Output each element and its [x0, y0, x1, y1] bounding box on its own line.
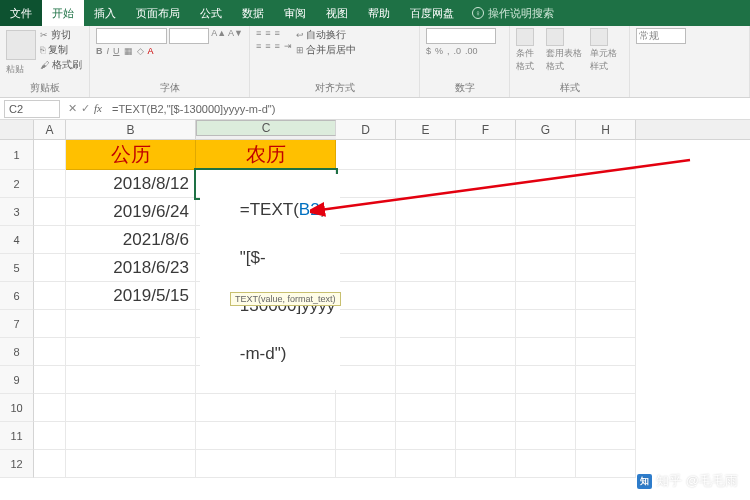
cell[interactable]	[516, 198, 576, 226]
cell[interactable]	[336, 310, 396, 338]
cell[interactable]	[396, 170, 456, 198]
cell[interactable]	[516, 310, 576, 338]
merge-center-button[interactable]: ⊞ 合并后居中	[296, 43, 357, 57]
cell[interactable]	[34, 226, 66, 254]
cell[interactable]: 2021/8/6	[66, 226, 196, 254]
dec-decimal-button[interactable]: .00	[465, 46, 478, 56]
cell[interactable]	[336, 366, 396, 394]
cell[interactable]	[196, 394, 336, 422]
cell[interactable]: 2018/8/12	[66, 170, 196, 198]
cell[interactable]	[34, 450, 66, 478]
cond-format-button[interactable]: 条件格式	[516, 28, 542, 80]
row-header-10[interactable]: 10	[0, 394, 34, 422]
cell[interactable]	[336, 338, 396, 366]
cell[interactable]	[196, 422, 336, 450]
align-bottom-button[interactable]: ≡	[275, 28, 280, 38]
cell[interactable]	[456, 394, 516, 422]
cell-styles-button[interactable]: 单元格样式	[590, 28, 623, 80]
cell[interactable]	[456, 310, 516, 338]
cell[interactable]	[516, 170, 576, 198]
cell[interactable]	[516, 422, 576, 450]
tab-data[interactable]: 数据	[232, 0, 274, 26]
cell[interactable]	[396, 450, 456, 478]
cell[interactable]	[456, 422, 516, 450]
cell[interactable]	[34, 394, 66, 422]
cell[interactable]	[396, 254, 456, 282]
cell[interactable]	[516, 282, 576, 310]
cell[interactable]	[456, 254, 516, 282]
tab-help[interactable]: 帮助	[358, 0, 400, 26]
cell[interactable]	[66, 366, 196, 394]
cell-header-gongli[interactable]: 公历	[66, 140, 196, 170]
tab-layout[interactable]: 页面布局	[126, 0, 190, 26]
italic-button[interactable]: I	[107, 46, 110, 56]
align-center-button[interactable]: ≡	[265, 41, 270, 51]
cell[interactable]	[34, 254, 66, 282]
row-header-8[interactable]: 8	[0, 338, 34, 366]
cell[interactable]	[516, 366, 576, 394]
cell-editing[interactable]: =TEXT(B2, "[$- 130000]yyyy -m-d")	[196, 170, 336, 198]
align-middle-button[interactable]: ≡	[265, 28, 270, 38]
cell[interactable]	[576, 170, 636, 198]
tab-formulas[interactable]: 公式	[190, 0, 232, 26]
formula-bar[interactable]: =TEXT(B2,"[$-130000]yyyy-m-d")	[106, 103, 750, 115]
cell[interactable]	[336, 282, 396, 310]
cell[interactable]	[576, 254, 636, 282]
cell[interactable]	[396, 422, 456, 450]
cell[interactable]	[516, 338, 576, 366]
cell[interactable]	[34, 338, 66, 366]
number-format-select[interactable]	[426, 28, 496, 44]
tab-file[interactable]: 文件	[0, 0, 42, 26]
tell-me-search[interactable]: ♀ 操作说明搜索	[472, 6, 554, 21]
comma-button[interactable]: ,	[447, 46, 450, 56]
cell[interactable]	[456, 226, 516, 254]
align-right-button[interactable]: ≡	[275, 41, 280, 51]
bold-button[interactable]: B	[96, 46, 103, 56]
cell[interactable]	[66, 310, 196, 338]
fill-color-button[interactable]: ◇	[137, 46, 144, 56]
row-header-6[interactable]: 6	[0, 282, 34, 310]
grow-font-button[interactable]: A▲	[211, 28, 226, 44]
enter-formula-button[interactable]: ✓	[81, 102, 90, 115]
cell[interactable]	[456, 450, 516, 478]
cell[interactable]	[456, 170, 516, 198]
cell[interactable]: 2019/6/24	[66, 198, 196, 226]
cell[interactable]	[576, 310, 636, 338]
font-name-select[interactable]	[96, 28, 167, 44]
cell[interactable]	[576, 450, 636, 478]
cell[interactable]	[516, 394, 576, 422]
underline-button[interactable]: U	[113, 46, 120, 56]
cell[interactable]	[576, 226, 636, 254]
row-header-12[interactable]: 12	[0, 450, 34, 478]
cell[interactable]	[456, 282, 516, 310]
font-size-select[interactable]	[169, 28, 209, 44]
cell[interactable]	[66, 338, 196, 366]
cell[interactable]	[66, 450, 196, 478]
name-box[interactable]: C2	[4, 100, 60, 118]
indent-button[interactable]: ⇥	[284, 41, 292, 51]
row-header-2[interactable]: 2	[0, 170, 34, 198]
cell[interactable]	[456, 366, 516, 394]
col-header-d[interactable]: D	[336, 120, 396, 139]
cell[interactable]	[576, 422, 636, 450]
cell[interactable]	[576, 198, 636, 226]
row-header-5[interactable]: 5	[0, 254, 34, 282]
col-header-a[interactable]: A	[34, 120, 66, 139]
cell[interactable]	[336, 198, 396, 226]
tab-baidu[interactable]: 百度网盘	[400, 0, 464, 26]
col-header-f[interactable]: F	[456, 120, 516, 139]
cell[interactable]	[396, 140, 456, 170]
fx-icon[interactable]: fx	[94, 102, 102, 115]
cell[interactable]	[34, 422, 66, 450]
row-header-11[interactable]: 11	[0, 422, 34, 450]
cell[interactable]	[576, 140, 636, 170]
cell[interactable]	[456, 198, 516, 226]
currency-button[interactable]: $	[426, 46, 431, 56]
cell[interactable]	[396, 226, 456, 254]
table-format-button[interactable]: 套用表格格式	[546, 28, 586, 80]
cell[interactable]	[396, 198, 456, 226]
col-header-h[interactable]: H	[576, 120, 636, 139]
copy-button[interactable]: ⎘ 复制	[40, 43, 82, 57]
format-painter-button[interactable]: 🖌 格式刷	[40, 58, 82, 72]
cell[interactable]	[34, 170, 66, 198]
